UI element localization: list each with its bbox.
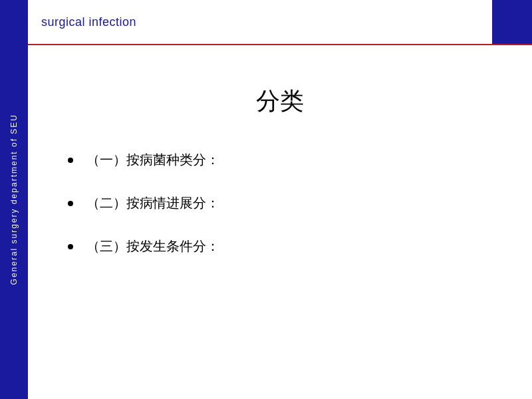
slide-container: General surgery department of SEU surgic… <box>0 0 532 399</box>
main-content: 分类 （一）按病菌种类分： （二）按病情进展分： （三）按发生条件分： <box>28 45 532 399</box>
sidebar-label: General surgery department of SEU <box>9 114 19 285</box>
bullet-item-2: （二）按病情进展分： <box>68 194 492 212</box>
header-title: surgical infection <box>41 15 136 29</box>
bullet-text-1: （一）按病菌种类分： <box>86 151 219 169</box>
left-sidebar: General surgery department of SEU <box>0 0 28 399</box>
bullet-item-1: （一）按病菌种类分： <box>68 151 492 169</box>
bullet-item-3: （三）按发生条件分： <box>68 237 492 255</box>
bullet-dot-2 <box>68 201 73 206</box>
bullet-dot-3 <box>68 244 73 249</box>
bullet-list: （一）按病菌种类分： （二）按病情进展分： （三）按发生条件分： <box>68 151 492 255</box>
bullet-text-3: （三）按发生条件分： <box>86 237 219 255</box>
top-header: surgical infection <box>28 0 532 45</box>
bullet-dot-1 <box>68 158 73 163</box>
slide-title: 分类 <box>68 85 492 118</box>
bullet-text-2: （二）按病情进展分： <box>86 194 219 212</box>
